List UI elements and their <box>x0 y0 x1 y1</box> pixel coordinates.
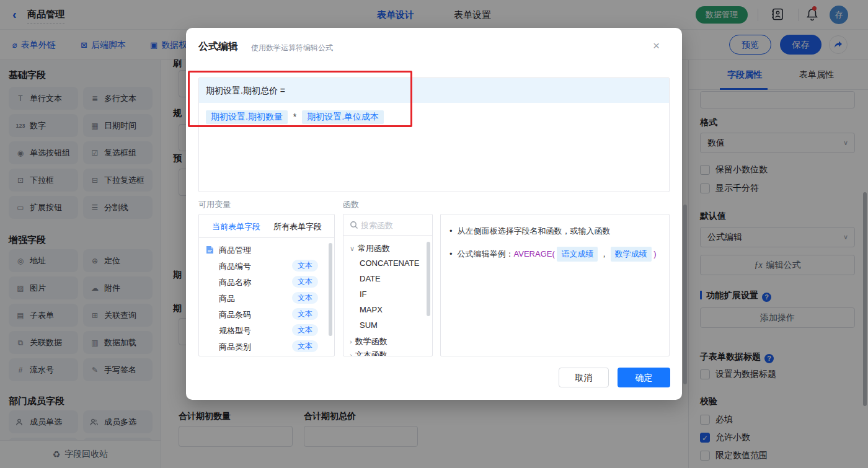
example-function-name: AVERAGE( <box>514 249 555 258</box>
variables-panel: 当前表单字段 所有表单字段 商品管理 商品编号文本 商品名称文本 商品文本 商品… <box>198 214 335 356</box>
help-line-2: •公式编辑举例：AVERAGE( 语文成绩 ， 数学成绩 ) <box>450 247 660 262</box>
variable-field-row[interactable]: 规格型号文本 <box>199 322 334 338</box>
function-item[interactable]: DATE <box>360 274 381 283</box>
example-field-chip: 语文成绩 <box>557 247 598 262</box>
annotation-red-box <box>188 71 412 127</box>
function-item[interactable]: MAPX <box>360 305 383 314</box>
caret-down-icon: ∨ <box>350 245 355 252</box>
function-item[interactable]: IF <box>360 289 367 299</box>
tree-group-common-functions[interactable]: ∨常用函数 <box>350 243 390 254</box>
type-badge: 文本 <box>292 292 318 304</box>
type-badge: 文本 <box>292 276 318 288</box>
bullet-icon: • <box>450 249 453 258</box>
variable-field-row[interactable]: 商品编号文本 <box>199 258 334 274</box>
app-window: ‹ 商品管理 表单设计 表单设置 数据管理 存 ⌀表单外链 ⊠后端脚本 ▣数据权… <box>0 0 868 468</box>
function-item[interactable]: SUM <box>360 320 378 330</box>
function-item[interactable]: CONCATENATE <box>360 258 419 268</box>
example-field-chip: 数学成绩 <box>611 247 652 262</box>
help-line-1: •从左侧面板选择字段名和函数，或输入函数 <box>450 224 660 238</box>
variable-field-row[interactable]: 商品条码文本 <box>199 306 334 322</box>
caret-right-icon: › <box>350 338 352 345</box>
caret-right-icon: › <box>350 351 352 356</box>
tab-current-form-fields[interactable]: 当前表单字段 <box>212 221 260 232</box>
variable-field-row[interactable]: 商品名称文本 <box>199 274 334 290</box>
type-badge: 文本 <box>292 260 318 272</box>
modal-title: 公式编辑 <box>198 40 238 53</box>
type-badge: 文本 <box>292 324 318 336</box>
variables-tabs: 当前表单字段 所有表单字段 <box>199 214 334 238</box>
search-icon <box>350 221 358 229</box>
functions-panel: ∨常用函数 CONCATENATE DATE IF MAPX SUM ›数学函数… <box>343 214 433 356</box>
type-badge: 文本 <box>292 308 318 320</box>
tree-root-form[interactable]: 商品管理 <box>199 242 334 258</box>
tree-group-text-functions[interactable]: ›文本函数 <box>350 350 388 356</box>
variables-scrollbar[interactable] <box>329 243 332 336</box>
confirm-button[interactable]: 确定 <box>618 368 670 387</box>
formula-help-panel: •从左侧面板选择字段名和函数，或输入函数 •公式编辑举例：AVERAGE( 语文… <box>440 214 670 356</box>
function-search <box>343 214 432 236</box>
tree-group-math-functions[interactable]: ›数学函数 <box>350 336 388 347</box>
modal-subtitle: 使用数学运算符编辑公式 <box>251 43 333 53</box>
variable-field-row[interactable]: 商品文本 <box>199 290 334 306</box>
function-search-input[interactable] <box>361 218 428 232</box>
variable-field-row[interactable]: 商品类别文本 <box>199 338 334 355</box>
bullet-icon: • <box>450 226 453 236</box>
tab-all-form-fields[interactable]: 所有表单字段 <box>273 221 322 232</box>
cancel-button[interactable]: 取消 <box>559 368 609 387</box>
example-function-close: ) <box>653 249 656 258</box>
type-badge: 文本 <box>292 340 318 352</box>
form-doc-icon <box>206 245 214 254</box>
functions-label: 函数 <box>343 199 359 210</box>
variables-label: 可用变量 <box>198 199 231 210</box>
close-icon[interactable]: × <box>653 39 660 53</box>
functions-scrollbar[interactable] <box>427 242 430 316</box>
